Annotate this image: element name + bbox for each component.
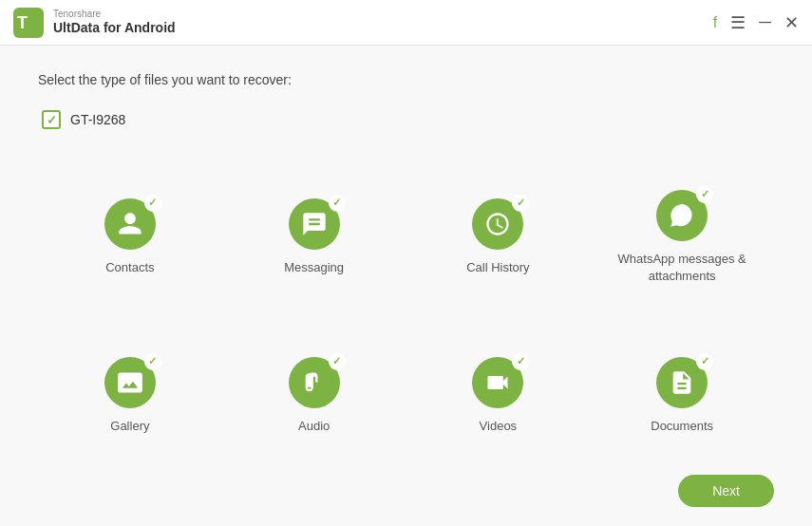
call-history-icon-wrapper [472,198,523,250]
window-controls: f ☰ ─ ✕ [713,12,799,33]
whatsapp-icon-wrapper [656,190,708,241]
whatsapp-check-badge [696,186,713,203]
contacts-icon-wrapper [104,198,156,250]
messaging-label: Messaging [284,259,344,276]
documents-icon-wrapper [656,357,708,408]
file-item-messaging[interactable]: Messaging [222,156,406,313]
file-item-documents[interactable]: Documents [590,323,774,463]
messaging-icon-wrapper [289,198,340,250]
device-name: GT-I9268 [70,112,125,127]
gallery-check-badge [144,353,161,370]
facebook-icon[interactable]: f [713,14,717,31]
file-item-gallery[interactable]: Gallery [38,323,222,463]
main-content: Select the type of files you want to rec… [0,46,812,526]
minimize-icon[interactable]: ─ [759,12,771,32]
file-type-grid: Contacts Messaging Call History [38,156,774,463]
device-checkbox[interactable] [42,110,61,129]
file-item-contacts[interactable]: Contacts [38,156,222,313]
whatsapp-label: WhatsApp messages &attachments [618,251,746,285]
documents-check-badge [696,353,713,370]
audio-label: Audio [298,418,330,435]
file-item-whatsapp[interactable]: WhatsApp messages &attachments [590,156,774,313]
videos-icon-wrapper [472,357,523,408]
call-history-check-badge [512,195,529,212]
gallery-icon-wrapper [104,357,156,408]
gallery-label: Gallery [110,418,149,435]
file-item-call-history[interactable]: Call History [406,156,591,313]
file-item-videos[interactable]: Videos [406,323,591,463]
close-icon[interactable]: ✕ [784,12,799,33]
contacts-check-badge [144,195,161,212]
menu-icon[interactable]: ☰ [730,12,746,33]
device-row: GT-I9268 [42,110,774,129]
app-name-bottom: UltData for Android [53,20,176,36]
videos-check-badge [512,353,529,370]
svg-text:T: T [17,13,28,32]
prompt-text: Select the type of files you want to rec… [38,72,774,87]
app-brand: T Tenorshare UltData for Android [13,8,176,38]
next-button[interactable]: Next [678,475,774,507]
audio-icon-wrapper [289,357,340,408]
audio-check-badge [329,353,346,370]
documents-label: Documents [651,418,713,435]
call-history-label: Call History [466,259,529,276]
contacts-label: Contacts [105,259,154,276]
title-bar: T Tenorshare UltData for Android f ☰ ─ ✕ [0,0,812,46]
footer: Next [38,463,774,507]
videos-label: Videos [480,418,518,435]
file-item-audio[interactable]: Audio [222,323,406,463]
messaging-check-badge [329,195,346,212]
app-name-top: Tenorshare [53,9,176,20]
app-logo-icon: T [13,8,44,38]
